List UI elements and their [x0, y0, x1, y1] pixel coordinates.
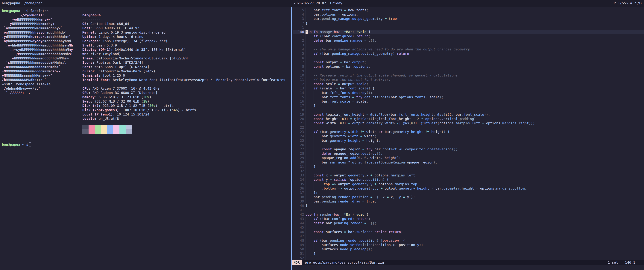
- code-line[interactable]: 40}: [293, 203, 644, 208]
- code-line[interactable]: 5 if (!bar.pending_manage.output_geometr…: [293, 51, 644, 56]
- palette-block: [95, 129, 101, 134]
- line-number: 21: [293, 121, 304, 125]
- code-line[interactable]: 49 surfaces.node.setPosition(position.x,…: [293, 243, 644, 247]
- code-line[interactable]: 43 if (!bar.configured) return;: [293, 217, 644, 221]
- code-line[interactable]: 37 };: [293, 191, 644, 195]
- code-line[interactable]: 6: [293, 56, 644, 60]
- code-line[interactable]: 34 const y = switch (options.position) {: [293, 177, 644, 182]
- code-text: const logical_font_height = @divFloor(ba…: [306, 112, 644, 117]
- code-line[interactable]: 8 const options = bar.options;: [293, 64, 644, 69]
- shell-prompt-input[interactable]: ben@papua ~ $: [2, 142, 31, 147]
- fastfetch-logo: -/oyddmdhs+:. -odNMMMMMMMMNNmhy+-` -yNMM…: [2, 13, 290, 95]
- code-line[interactable]: 51 }: [293, 251, 644, 256]
- code-line[interactable]: 3 bar.pending_manage.output_geometry = t…: [293, 17, 644, 21]
- code-line[interactable]: 18: [293, 108, 644, 112]
- code-line[interactable]: 1 if (!bar.configured) return;: [293, 34, 644, 38]
- code-line[interactable]: 12 const scale = output.scale;: [293, 82, 644, 86]
- indent-guide: [306, 34, 306, 38]
- indent-guide: [314, 99, 314, 103]
- code-text: }: [306, 165, 644, 169]
- code-line[interactable]: 30 bar.surfaces.?.wl_surface.setOpaqueRe…: [293, 160, 644, 165]
- code-line[interactable]: 2}: [293, 21, 644, 25]
- code-line[interactable]: 50 surfaces.node.placeTop();: [293, 247, 644, 251]
- indent-guide: [314, 151, 314, 156]
- line-number: 25: [293, 138, 304, 143]
- code-line[interactable]: 36 .bottom => output.geometry.y + output…: [293, 186, 644, 191]
- line-number: 11: [293, 77, 304, 82]
- indent-guide: [306, 77, 306, 82]
- palette-block: [95, 125, 101, 129]
- code-line[interactable]: 25 bar.geometry.height = height;: [293, 138, 644, 143]
- code-line[interactable]: 42pub fn render(bar: *Bar) void {: [293, 212, 644, 217]
- code-line[interactable]: 9: [293, 69, 644, 73]
- code-line[interactable]: 44 defer bar.pending_render = .{};: [293, 221, 644, 225]
- code-text: const options = bar.options;: [306, 64, 644, 69]
- info-row: Locale: en_US.utf8: [82, 116, 119, 121]
- code-line[interactable]: 47: [293, 234, 644, 238]
- code-line[interactable]: 4 // The only manage actions we need to …: [293, 47, 644, 51]
- editor-window[interactable]: 5 bar.fcft_fonts = new_fonts;4 bar.optio…: [291, 7, 644, 270]
- selection-count: 1 sel: [608, 260, 618, 264]
- code-line[interactable]: 11 // below use the correct font metrics…: [293, 77, 644, 82]
- info-row: Packages: 1585 (emerge), 34 (flatpak-use…: [82, 39, 168, 43]
- code-line[interactable]: 26: [293, 143, 644, 147]
- code-line[interactable]: 7 const output = bar.output;: [293, 60, 644, 64]
- code-text: bar.geometry.height = height;: [306, 138, 644, 143]
- code-line[interactable]: 146pub fn manage(bar: *Bar) !void {: [293, 30, 644, 34]
- code-line[interactable]: 32: [293, 169, 644, 173]
- code-line[interactable]: 45: [293, 225, 644, 229]
- line-number: 4: [293, 47, 304, 51]
- code-line[interactable]: 41: [293, 208, 644, 212]
- line-number: 30: [293, 160, 304, 165]
- code-line[interactable]: 14 bar.fcft_fonts.destroy();: [293, 91, 644, 95]
- info-row: Disk (/opt/games3): 1007.10 GiB / 1.82 T…: [82, 108, 196, 112]
- code-text: surfaces.node.placeTop();: [306, 247, 644, 251]
- code-line[interactable]: 17 }: [293, 103, 644, 108]
- code-line[interactable]: 35 .top => output.geometry.y + options.m…: [293, 182, 644, 186]
- indent-guide: [306, 173, 306, 177]
- code-line[interactable]: 15 bar.fcft_fonts = try getFcftFonts(bar…: [293, 95, 644, 99]
- logo-row: `sNMMMMMMMMNNNmmmdddddmNMmhs/.: [2, 60, 290, 65]
- code-line[interactable]: 2 defer bar.pending_manage = .{};: [293, 38, 644, 43]
- code-text: [306, 69, 644, 73]
- indent-guide: [306, 103, 306, 108]
- code-line[interactable]: 52: [293, 256, 644, 260]
- code-line[interactable]: 39 bar.pending_render.draw = true;: [293, 199, 644, 203]
- info-row: Disk (/): 925.09 GiB / 1.82 TiB (50%) - …: [82, 103, 174, 108]
- code-line[interactable]: 16 bar.font_scale = scale;: [293, 99, 644, 103]
- terminal-pane[interactable]: ben@papua ~ $ fastfetch -/oyddmdhs+:. -o…: [2, 9, 290, 95]
- indent-guide: [306, 225, 306, 229]
- code-line[interactable]: 28 defer opaque_region.destroy();: [293, 151, 644, 156]
- code-line[interactable]: 21 const width: u31 = output.geometry.wi…: [293, 121, 644, 125]
- code-line[interactable]: 38 bar.pending_render.position = .{ .x =…: [293, 195, 644, 199]
- code-line[interactable]: 19 const logical_font_height = @divFloor…: [293, 112, 644, 117]
- code-lines[interactable]: 5 bar.fcft_fonts = new_fonts;4 bar.optio…: [292, 7, 644, 260]
- code-line[interactable]: 33 const x = output.geometry.x + options…: [293, 173, 644, 177]
- code-line[interactable]: 24 bar.geometry.width = width;: [293, 134, 644, 138]
- code-line[interactable]: 10 // Recreate fonts if the output scale…: [293, 73, 644, 77]
- code-line[interactable]: 3: [293, 43, 644, 47]
- window-title: ben@papua: /home/ben: [2, 0, 42, 6]
- code-line[interactable]: 46 const surfaces = bar.surfaces orelse …: [293, 230, 644, 234]
- code-line[interactable]: 4 bar.options = options;: [293, 12, 644, 17]
- indent-guide: [306, 91, 306, 95]
- code-line[interactable]: 20 const height: u31 = @intCast(logical_…: [293, 117, 644, 121]
- line-number: 146: [293, 30, 304, 34]
- code-line[interactable]: 48 if (bar.pending_render.position) |pos…: [293, 238, 644, 243]
- line-number: 19: [293, 112, 304, 117]
- code-line[interactable]: 23 if (bar.geometry.width != width or ba…: [293, 129, 644, 134]
- indent-guide: [306, 47, 306, 51]
- code-line[interactable]: 27 const opaque_region = try bar.context…: [293, 147, 644, 151]
- code-line[interactable]: 13 if (scale != bar.font_scale) {: [293, 86, 644, 90]
- code-line[interactable]: 31 }: [293, 165, 644, 169]
- code-text: bar.pending_manage.output_geometry = tru…: [306, 17, 644, 21]
- indent-guide: [306, 191, 306, 195]
- code-line[interactable]: 5 bar.fcft_fonts = new_fonts;: [293, 8, 644, 12]
- line-number: 5: [293, 8, 304, 12]
- code-line[interactable]: 29 opaque_region.add(0, 0, width, height…: [293, 156, 644, 160]
- code-line[interactable]: 22: [293, 125, 644, 129]
- indent-guide: [314, 182, 314, 186]
- code-line[interactable]: 1: [293, 25, 644, 30]
- indent-guide: [306, 234, 306, 238]
- code-text: defer bar.pending_render = .{};: [306, 221, 644, 225]
